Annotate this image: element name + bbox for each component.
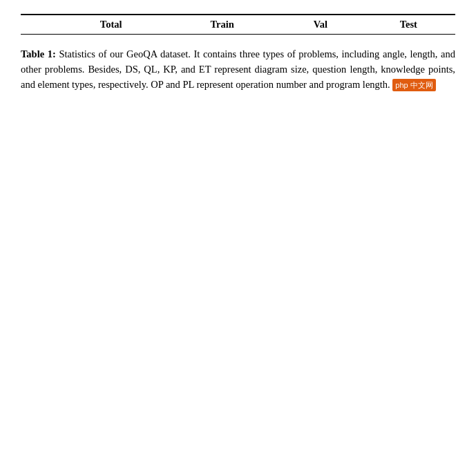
data-table: Total Train Val Test bbox=[21, 14, 455, 35]
col-header-test: Test bbox=[362, 15, 455, 35]
table-caption: Table 1: Statistics of our GeoQA dataset… bbox=[21, 47, 455, 92]
col-header-val: Val bbox=[279, 15, 361, 35]
col-header-total: Total bbox=[57, 15, 164, 35]
caption-label: Table 1: bbox=[21, 48, 56, 59]
col-header-train: Train bbox=[165, 15, 279, 35]
caption-body: Statistics of our GeoQA dataset. It cont… bbox=[21, 48, 455, 90]
col-header-row-label bbox=[21, 15, 57, 35]
watermark: php 中文网 bbox=[392, 79, 435, 90]
